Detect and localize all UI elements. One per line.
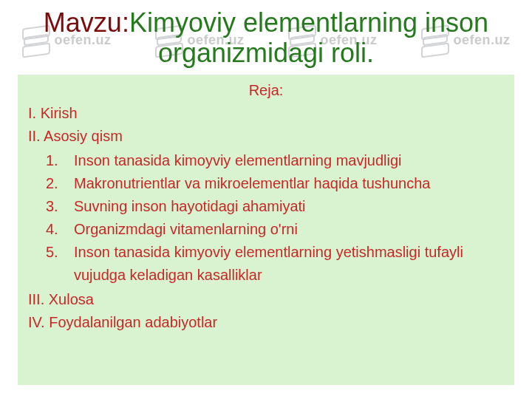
- item-text: Inson tanasida kimoyviy elementlarning m…: [69, 149, 504, 172]
- outline-section-3: III. Xulosa: [28, 288, 504, 311]
- outline-section-4: IV. Foydalanilgan adabiyotlar: [28, 311, 504, 334]
- outline-item: 3.Suvning inson hayotidagi ahamiyati: [46, 195, 504, 218]
- outline-item: 5.Inson tanasida kimyoviy elementlarning…: [46, 241, 504, 287]
- item-number: 1.: [46, 149, 69, 172]
- title-main: Kimyoviy elementlarning inson organizmid…: [129, 7, 488, 68]
- item-text: Organizmdagi vitamenlarning o'rni: [69, 218, 504, 241]
- outline-section-1: I. Kirish: [28, 102, 504, 125]
- item-number: 5.: [46, 241, 69, 287]
- item-number: 3.: [46, 195, 69, 218]
- item-text: Makronutrientlar va mikroelementlar haqi…: [69, 172, 504, 195]
- item-number: 2.: [46, 172, 69, 195]
- outline-ordered-list: 1.Inson tanasida kimoyviy elementlarning…: [46, 149, 504, 287]
- outline-item: 4.Organizmdagi vitamenlarning o'rni: [46, 218, 504, 241]
- outline-item: 2.Makronutrientlar va mikroelementlar ha…: [46, 172, 504, 195]
- outline-item: 1.Inson tanasida kimoyviy elementlarning…: [46, 149, 504, 172]
- content-panel: Reja: I. Kirish II. Asosiy qism 1.Inson …: [18, 75, 514, 385]
- item-number: 4.: [46, 218, 69, 241]
- item-text: Suvning inson hayotidagi ahamiyati: [69, 195, 504, 218]
- slide: Mavzu:Kimyoviy elementlarning inson orga…: [0, 0, 532, 399]
- title-prefix: Mavzu:: [44, 7, 129, 38]
- slide-title: Mavzu:Kimyoviy elementlarning inson orga…: [0, 0, 532, 70]
- outline-heading: Reja:: [28, 82, 504, 99]
- item-text: Inson tanasida kimyoviy elementlarning y…: [69, 241, 504, 287]
- outline-section-2: II. Asosiy qism: [28, 125, 504, 148]
